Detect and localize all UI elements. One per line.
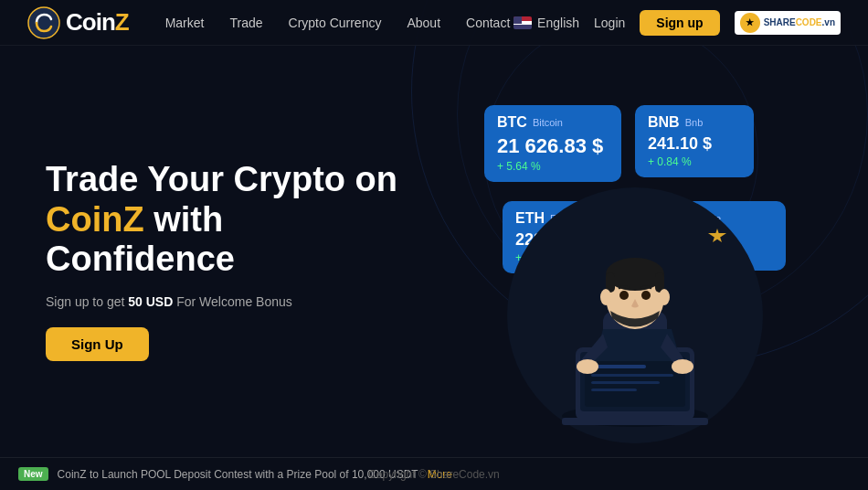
nav-contact[interactable]: Contact (466, 16, 510, 30)
ticker-text: CoinZ to Launch POOL Deposit Contest wit… (58, 468, 418, 481)
hero-right: BTC Bitcoin 21 626.83 $ + 5.64 % BNB Bnb… (429, 87, 841, 434)
sharecode-text: SHARECODE.vn (764, 17, 835, 27)
svg-point-16 (641, 291, 651, 300)
btc-name: Bitcoin (533, 117, 563, 128)
hero-subtitle: Sign up to get 50 USD For Welcome Bonus (46, 294, 429, 309)
svg-point-19 (577, 359, 598, 374)
sharecode-badge: ★ SHARECODE.vn (735, 11, 841, 35)
language-label: English (537, 16, 579, 30)
svg-rect-6 (591, 365, 646, 368)
logo-text: CoinZ (66, 8, 129, 37)
svg-point-20 (672, 359, 693, 374)
subtitle-suffix: For Welcome Bonus (173, 294, 291, 309)
subtitle-prefix: Sign up to get (46, 294, 128, 309)
nav-market[interactable]: Market (165, 16, 205, 30)
bnb-price: 241.10 $ (648, 134, 741, 154)
svg-point-0 (28, 7, 59, 38)
signup-nav-button[interactable]: Sign up (640, 10, 719, 36)
hero-title-confidence: Confidence (46, 240, 235, 278)
sharecode-icon: ★ (740, 13, 760, 33)
ticker-copyright: Copyright © ShareCode.vn (368, 468, 500, 481)
btc-price: 21 626.83 $ (497, 134, 609, 158)
svg-rect-8 (591, 381, 660, 384)
svg-point-15 (619, 291, 629, 300)
bnb-name: Bnb (685, 117, 704, 128)
hero-signup-button[interactable]: Sign Up (46, 327, 149, 361)
svg-rect-7 (591, 374, 673, 377)
nav-about[interactable]: About (407, 16, 440, 30)
svg-rect-9 (591, 389, 637, 391)
login-button[interactable]: Login (594, 16, 625, 30)
hero-left: Trade Your Crypto on CoinZ with Confiden… (46, 160, 429, 361)
nav-crypto-currency[interactable]: Crypto Currency (289, 16, 382, 30)
language-selector[interactable]: English (513, 16, 579, 30)
svg-point-18 (659, 289, 670, 305)
logo-icon (27, 6, 60, 39)
logo[interactable]: CoinZ (27, 6, 129, 39)
hero-title: Trade Your Crypto on CoinZ with Confiden… (46, 160, 429, 280)
ticker-new-badge: New (18, 467, 48, 481)
btc-symbol: BTC (497, 114, 527, 131)
svg-point-17 (600, 289, 611, 305)
hero-title-line1: Trade Your Crypto on (46, 160, 397, 198)
bnb-symbol: BNB (648, 114, 680, 131)
flag-icon (513, 16, 532, 29)
subtitle-bold: 50 USD (128, 294, 173, 309)
character-illustration (525, 169, 745, 434)
svg-rect-4 (562, 418, 708, 425)
nav-links: Market Trade Crypto Currency About Conta… (165, 16, 513, 30)
bnb-change: + 0.84 % (648, 155, 741, 168)
navbar: CoinZ Market Trade Crypto Currency About… (0, 0, 868, 46)
main-content: Trade Your Crypto on CoinZ with Confiden… (0, 46, 868, 457)
nav-trade[interactable]: Trade (229, 16, 262, 30)
hero-title-highlight: CoinZ (46, 200, 144, 239)
ticker-bar: New CoinZ to Launch POOL Deposit Contest… (0, 457, 868, 490)
hero-title-with: with (144, 200, 224, 239)
nav-right: English Login Sign up ★ SHARECODE.vn (513, 10, 841, 36)
bnb-card: BNB Bnb 241.10 $ + 0.84 % (635, 105, 754, 177)
